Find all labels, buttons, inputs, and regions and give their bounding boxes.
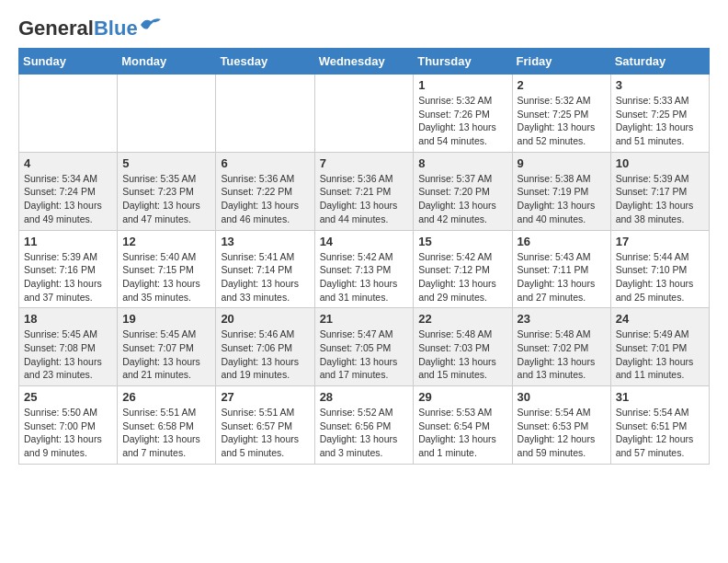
day-number: 9	[518, 156, 606, 170]
day-info: Sunrise: 5:39 AM Sunset: 7:16 PM Dayligh…	[24, 250, 112, 304]
calendar-cell: 30Sunrise: 5:54 AM Sunset: 6:53 PM Dayli…	[512, 386, 610, 465]
calendar-cell: 6Sunrise: 5:36 AM Sunset: 7:22 PM Daylig…	[216, 152, 314, 230]
calendar-cell: 4Sunrise: 5:34 AM Sunset: 7:24 PM Daylig…	[19, 152, 118, 230]
calendar-week-row: 4Sunrise: 5:34 AM Sunset: 7:24 PM Daylig…	[19, 152, 710, 230]
calendar-cell	[314, 75, 414, 153]
calendar-table: SundayMondayTuesdayWednesdayThursdayFrid…	[18, 48, 710, 465]
day-info: Sunrise: 5:41 AM Sunset: 7:14 PM Dayligh…	[221, 250, 309, 304]
calendar-cell: 14Sunrise: 5:42 AM Sunset: 7:13 PM Dayli…	[314, 230, 414, 308]
calendar-cell: 24Sunrise: 5:49 AM Sunset: 7:01 PM Dayli…	[610, 308, 709, 386]
day-number: 28	[320, 390, 409, 404]
day-of-week-header: Saturday	[610, 49, 709, 75]
calendar-cell: 28Sunrise: 5:52 AM Sunset: 6:56 PM Dayli…	[314, 386, 414, 465]
calendar-cell: 26Sunrise: 5:51 AM Sunset: 6:58 PM Dayli…	[118, 386, 216, 465]
calendar-cell: 19Sunrise: 5:45 AM Sunset: 7:07 PM Dayli…	[118, 308, 216, 386]
calendar-week-row: 18Sunrise: 5:45 AM Sunset: 7:08 PM Dayli…	[19, 308, 710, 386]
logo-blue: Blue	[94, 17, 138, 40]
day-info: Sunrise: 5:32 AM Sunset: 7:25 PM Dayligh…	[518, 94, 606, 148]
day-number: 16	[518, 235, 606, 248]
day-info: Sunrise: 5:53 AM Sunset: 6:54 PM Dayligh…	[418, 406, 506, 460]
day-number: 20	[221, 312, 309, 326]
day-number: 13	[221, 235, 309, 248]
logo-text: GeneralBlue	[18, 18, 138, 39]
calendar-cell	[118, 75, 216, 153]
day-of-week-header: Tuesday	[216, 49, 314, 75]
calendar-cell: 10Sunrise: 5:39 AM Sunset: 7:17 PM Dayli…	[610, 152, 709, 230]
day-number: 24	[616, 312, 704, 326]
day-number: 15	[418, 235, 506, 248]
day-info: Sunrise: 5:43 AM Sunset: 7:11 PM Dayligh…	[518, 250, 606, 304]
day-info: Sunrise: 5:33 AM Sunset: 7:25 PM Dayligh…	[616, 94, 704, 148]
day-of-week-header: Sunday	[19, 49, 118, 75]
day-number: 1	[418, 78, 506, 92]
day-number: 10	[616, 156, 704, 170]
calendar-cell: 1Sunrise: 5:32 AM Sunset: 7:26 PM Daylig…	[414, 75, 512, 153]
calendar-cell: 2Sunrise: 5:32 AM Sunset: 7:25 PM Daylig…	[512, 75, 610, 153]
day-info: Sunrise: 5:36 AM Sunset: 7:21 PM Dayligh…	[320, 172, 409, 226]
day-number: 6	[221, 156, 309, 170]
day-info: Sunrise: 5:38 AM Sunset: 7:19 PM Dayligh…	[518, 172, 606, 226]
calendar-week-row: 25Sunrise: 5:50 AM Sunset: 7:00 PM Dayli…	[19, 386, 710, 465]
calendar-cell: 12Sunrise: 5:40 AM Sunset: 7:15 PM Dayli…	[118, 230, 216, 308]
calendar-cell: 3Sunrise: 5:33 AM Sunset: 7:25 PM Daylig…	[610, 75, 709, 153]
day-number: 30	[518, 390, 606, 404]
day-number: 25	[24, 390, 112, 404]
day-number: 14	[320, 235, 409, 248]
day-info: Sunrise: 5:34 AM Sunset: 7:24 PM Dayligh…	[24, 172, 112, 226]
calendar-week-row: 1Sunrise: 5:32 AM Sunset: 7:26 PM Daylig…	[19, 75, 710, 153]
calendar-cell: 5Sunrise: 5:35 AM Sunset: 7:23 PM Daylig…	[118, 152, 216, 230]
day-info: Sunrise: 5:51 AM Sunset: 6:57 PM Dayligh…	[221, 406, 309, 460]
day-info: Sunrise: 5:52 AM Sunset: 6:56 PM Dayligh…	[320, 406, 409, 460]
day-info: Sunrise: 5:46 AM Sunset: 7:06 PM Dayligh…	[221, 327, 309, 382]
day-number: 29	[418, 390, 506, 404]
logo-bird-icon	[141, 17, 161, 32]
day-of-week-header: Monday	[118, 49, 216, 75]
day-number: 27	[221, 390, 309, 404]
day-info: Sunrise: 5:42 AM Sunset: 7:13 PM Dayligh…	[320, 250, 409, 304]
day-info: Sunrise: 5:51 AM Sunset: 6:58 PM Dayligh…	[122, 406, 210, 460]
day-number: 18	[24, 312, 112, 326]
day-number: 21	[320, 312, 409, 326]
calendar-cell: 16Sunrise: 5:43 AM Sunset: 7:11 PM Dayli…	[512, 230, 610, 308]
day-info: Sunrise: 5:54 AM Sunset: 6:53 PM Dayligh…	[518, 406, 606, 460]
logo-general: General	[18, 17, 94, 40]
calendar-header-row: SundayMondayTuesdayWednesdayThursdayFrid…	[19, 49, 710, 75]
day-info: Sunrise: 5:40 AM Sunset: 7:15 PM Dayligh…	[122, 250, 210, 304]
page-header: GeneralBlue	[18, 18, 710, 39]
day-info: Sunrise: 5:42 AM Sunset: 7:12 PM Dayligh…	[418, 250, 506, 304]
calendar-cell: 15Sunrise: 5:42 AM Sunset: 7:12 PM Dayli…	[414, 230, 512, 308]
day-of-week-header: Wednesday	[314, 49, 414, 75]
day-number: 17	[616, 235, 704, 248]
calendar-cell: 27Sunrise: 5:51 AM Sunset: 6:57 PM Dayli…	[216, 386, 314, 465]
calendar-cell	[216, 75, 314, 153]
day-of-week-header: Friday	[512, 49, 610, 75]
day-info: Sunrise: 5:32 AM Sunset: 7:26 PM Dayligh…	[418, 94, 506, 148]
day-info: Sunrise: 5:47 AM Sunset: 7:05 PM Dayligh…	[320, 327, 409, 382]
logo: GeneralBlue	[18, 18, 161, 39]
day-info: Sunrise: 5:50 AM Sunset: 7:00 PM Dayligh…	[24, 406, 112, 460]
calendar-week-row: 11Sunrise: 5:39 AM Sunset: 7:16 PM Dayli…	[19, 230, 710, 308]
calendar-cell: 29Sunrise: 5:53 AM Sunset: 6:54 PM Dayli…	[414, 386, 512, 465]
day-number: 23	[518, 312, 606, 326]
day-info: Sunrise: 5:48 AM Sunset: 7:02 PM Dayligh…	[518, 327, 606, 382]
day-info: Sunrise: 5:36 AM Sunset: 7:22 PM Dayligh…	[221, 172, 309, 226]
calendar-cell: 23Sunrise: 5:48 AM Sunset: 7:02 PM Dayli…	[512, 308, 610, 386]
calendar-cell: 18Sunrise: 5:45 AM Sunset: 7:08 PM Dayli…	[19, 308, 118, 386]
calendar-cell: 11Sunrise: 5:39 AM Sunset: 7:16 PM Dayli…	[19, 230, 118, 308]
day-info: Sunrise: 5:48 AM Sunset: 7:03 PM Dayligh…	[418, 327, 506, 382]
calendar-cell: 31Sunrise: 5:54 AM Sunset: 6:51 PM Dayli…	[610, 386, 709, 465]
day-number: 26	[122, 390, 210, 404]
calendar-cell: 17Sunrise: 5:44 AM Sunset: 7:10 PM Dayli…	[610, 230, 709, 308]
day-number: 11	[24, 235, 112, 248]
calendar-cell: 21Sunrise: 5:47 AM Sunset: 7:05 PM Dayli…	[314, 308, 414, 386]
day-number: 31	[616, 390, 704, 404]
calendar-cell: 22Sunrise: 5:48 AM Sunset: 7:03 PM Dayli…	[414, 308, 512, 386]
calendar-cell: 7Sunrise: 5:36 AM Sunset: 7:21 PM Daylig…	[314, 152, 414, 230]
day-info: Sunrise: 5:44 AM Sunset: 7:10 PM Dayligh…	[616, 250, 704, 304]
day-of-week-header: Thursday	[414, 49, 512, 75]
day-number: 4	[24, 156, 112, 170]
day-number: 22	[418, 312, 506, 326]
calendar-cell	[19, 75, 118, 153]
day-info: Sunrise: 5:45 AM Sunset: 7:07 PM Dayligh…	[122, 327, 210, 382]
calendar-cell: 8Sunrise: 5:37 AM Sunset: 7:20 PM Daylig…	[414, 152, 512, 230]
